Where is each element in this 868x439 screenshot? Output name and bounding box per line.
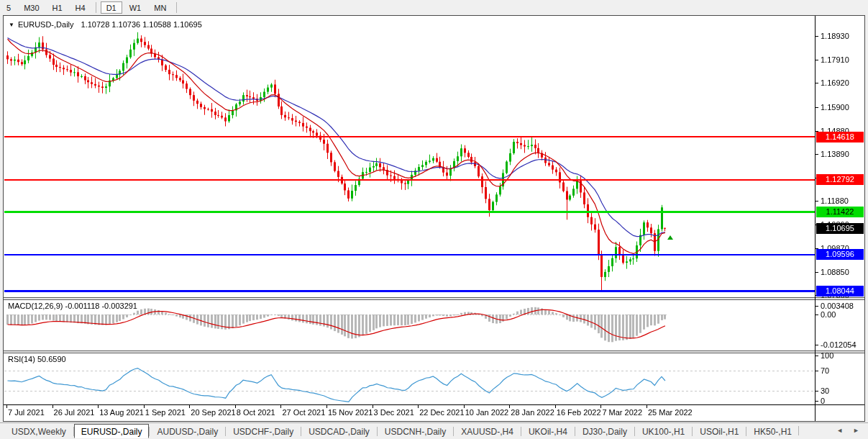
tab-usdchf-daily[interactable]: USDCHF-,Daily [226, 424, 301, 438]
date-axis-label: 1 Sep 2021 [145, 408, 186, 417]
chart-symbol: EURUSD-,Daily [18, 20, 74, 29]
date-axis-label: 25 Mar 2022 [648, 408, 693, 417]
macd-axis-tick [815, 345, 818, 345]
date-axis-label: 7 Jul 2021 [8, 408, 45, 417]
price-axis-tick [815, 201, 818, 202]
chart-tab-bar: USDX,WeeklyEURUSD-,DailyAUDUSD-,DailyUSD… [0, 422, 868, 439]
date-axis-tick [280, 405, 281, 408]
price-axis-label: 1.11880 [821, 197, 849, 205]
date-axis-label: 26 Jul 2021 [54, 408, 95, 417]
date-axis-label: 28 Jan 2022 [511, 408, 554, 417]
tab-usdcnh-daily[interactable]: USDCNH-,Daily [378, 424, 453, 438]
macd-axis-label: 0.003408 [821, 302, 854, 310]
price-axis-label: 1.17910 [821, 56, 849, 64]
timeframe-button-m30[interactable]: M30 [18, 1, 45, 14]
price-axis-tick [815, 272, 818, 273]
price-level-badge: 1.09596 [816, 249, 864, 260]
date-axis-tick [144, 405, 145, 408]
tab-ukoil-h4[interactable]: UKOil-,H4 [521, 424, 575, 438]
date-axis-label: 27 Oct 2021 [282, 408, 325, 417]
chevron-down-icon[interactable]: ▼ [9, 22, 14, 28]
timeframe-button-mn[interactable]: MN [148, 1, 172, 14]
date-axis-label: 13 Aug 2021 [99, 408, 144, 417]
date-axis-tick [509, 405, 510, 408]
date-axis-tick [555, 405, 556, 408]
horizontal-level-line[interactable] [4, 211, 815, 213]
tab-usoil-h1[interactable]: USOil-,H1 [693, 424, 746, 438]
price-level-badge: 1.12792 [816, 174, 864, 185]
current-price-badge: 1.10695 [816, 223, 864, 234]
macd-axis-label: -0.012054 [821, 341, 856, 349]
price-axis-label: 1.08850 [821, 268, 849, 276]
macd-axis-label: 0.00 [821, 311, 836, 319]
date-axis-tick [647, 405, 647, 408]
price-axis-line [815, 16, 816, 421]
date-axis-label: 20 Sep 2021 [191, 408, 235, 417]
tab-usdx-weekly[interactable]: USDX,Weekly [4, 424, 73, 438]
price-level-badge: 1.14618 [816, 132, 864, 142]
tab-audusd-daily[interactable]: AUDUSD-,Daily [150, 424, 225, 438]
buy-arrow-icon [667, 235, 673, 240]
tabbar-divider [798, 426, 799, 435]
date-axis-tick [6, 405, 7, 408]
tab-eurusd-daily[interactable]: EURUSD-,Daily [74, 424, 150, 438]
price-axis-tick [815, 107, 818, 108]
rsi-indicator-label: RSI(14) 50.6590 [8, 355, 66, 363]
timeframe-button-5[interactable]: 5 [1, 1, 17, 14]
rsi-axis-tick [815, 401, 818, 402]
horizontal-level-line[interactable] [4, 179, 815, 181]
rsi-axis-label: 70 [821, 367, 829, 375]
macd-indicator-label: MACD(12,26,9) -0.001118 -0.003291 [8, 302, 137, 310]
date-axis-tick [235, 405, 236, 408]
price-axis-label: 1.13890 [821, 150, 849, 158]
horizontal-level-line[interactable] [4, 136, 815, 137]
scroll-right-icon[interactable]: ► [853, 427, 859, 434]
timeframe-button-d1[interactable]: D1 [101, 1, 122, 14]
macd-axis-tick [815, 306, 818, 307]
date-scale-border [4, 404, 864, 405]
date-axis-label: 3 Dec 2021 [374, 408, 414, 417]
price-axis-tick [815, 36, 818, 37]
tab-scroll-arrows: ◄ ► [832, 423, 864, 438]
scroll-left-icon[interactable]: ◄ [836, 427, 843, 434]
rsi-axis-tick [815, 391, 818, 392]
tab-uk100-h1[interactable]: UK100-,H1 [635, 424, 692, 438]
date-axis-tick [52, 405, 53, 408]
date-axis-tick [600, 405, 601, 408]
tab-hk50-h1[interactable]: HK50-,H1 [746, 424, 799, 438]
date-axis-tick [326, 405, 327, 408]
tab-xauusd-h4[interactable]: XAUUSD-,H4 [454, 424, 521, 438]
tab-dj30-daily[interactable]: DJ30-,Daily [575, 424, 634, 438]
date-axis-label: 10 Jan 2022 [465, 408, 509, 417]
timeframe-button-h4[interactable]: H4 [70, 1, 91, 14]
price-axis-label: 1.16920 [821, 79, 849, 87]
price-axis-tick [815, 83, 818, 83]
date-axis-label: 7 Mar 2022 [602, 408, 642, 417]
price-level-badge: 1.11422 [816, 207, 864, 217]
horizontal-level-line[interactable] [4, 254, 815, 255]
rsi-canvas[interactable] [4, 353, 815, 404]
price-axis-label: 1.15900 [821, 104, 849, 112]
date-axis-tick [418, 405, 419, 408]
date-axis-tick [373, 405, 373, 408]
rsi-axis-label: 0 [821, 397, 825, 405]
chart-title: ▼EURUSD-,Daily1.10728 1.10736 1.10588 1.… [9, 20, 202, 29]
chart-ohlc-values: 1.10728 1.10736 1.10588 1.10695 [81, 20, 202, 29]
price-axis-label: 1.18930 [821, 32, 849, 40]
horizontal-level-line[interactable] [4, 290, 815, 292]
timeframe-button-h1[interactable]: H1 [47, 1, 68, 14]
rsi-axis-tick [815, 371, 818, 371]
price-level-badge: 1.08044 [816, 286, 864, 297]
price-axis-tick [815, 154, 818, 155]
date-axis-label: 15 Nov 2021 [328, 408, 373, 417]
date-axis-tick [464, 405, 465, 408]
price-axis-tick [815, 60, 818, 60]
tab-usdcad-daily[interactable]: USDCAD-,Daily [301, 424, 377, 438]
rsi-axis-label: 100 [821, 352, 833, 360]
date-axis-tick [98, 405, 99, 408]
timeframe-button-w1[interactable]: W1 [124, 1, 147, 14]
date-axis-tick [189, 405, 190, 408]
date-axis-label: 22 Dec 2021 [419, 408, 464, 417]
date-axis-label: 16 Feb 2022 [557, 408, 601, 417]
trading-app-window: 5M30H1H4D1W1MN ▼EURUSD-,Daily1.10728 1.1… [0, 0, 868, 439]
